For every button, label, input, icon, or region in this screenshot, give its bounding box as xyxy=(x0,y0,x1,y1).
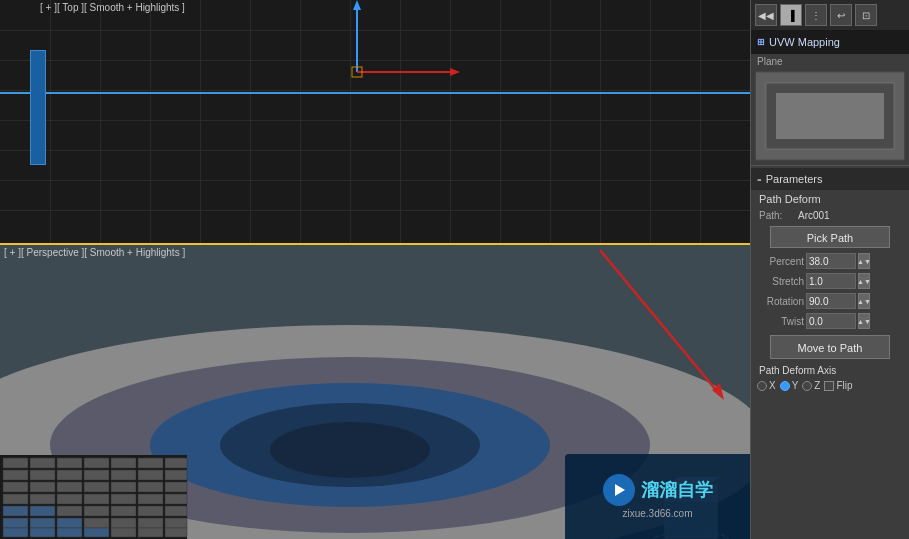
svg-rect-58 xyxy=(138,518,163,528)
divider1 xyxy=(751,165,909,166)
svg-rect-33 xyxy=(30,482,55,492)
svg-rect-36 xyxy=(111,482,136,492)
path-arc-value: Arc001 xyxy=(798,210,830,221)
axis-z-radio[interactable]: Z xyxy=(802,380,820,391)
uvw-icon: ⊞ xyxy=(757,37,765,47)
svg-rect-38 xyxy=(165,482,187,492)
viewport-area: [ + ][ Top ][ Smooth + Highlights ] xyxy=(0,0,750,539)
path-key-label: Path: xyxy=(759,210,794,221)
collapse-parameters-icon[interactable]: - xyxy=(757,171,762,187)
stretch-input[interactable] xyxy=(806,273,856,289)
svg-rect-53 xyxy=(3,518,28,528)
svg-rect-32 xyxy=(3,482,28,492)
svg-rect-19 xyxy=(30,458,55,468)
svg-rect-57 xyxy=(111,518,136,528)
twist-input[interactable] xyxy=(806,313,856,329)
svg-rect-49 xyxy=(84,506,109,516)
svg-rect-54 xyxy=(30,518,55,528)
svg-rect-39 xyxy=(3,494,28,504)
twist-row: Twist ▲▼ xyxy=(751,311,909,331)
svg-rect-18 xyxy=(3,458,28,468)
bottom-viewport-label: [ + ][ Perspective ][ Smooth + Highlight… xyxy=(4,247,185,258)
svg-rect-31 xyxy=(165,470,187,480)
watermark-logo: 溜溜自学 xyxy=(603,474,713,506)
svg-rect-42 xyxy=(84,494,109,504)
watermark: 溜溜自学 zixue.3d66.com xyxy=(565,454,750,539)
svg-rect-30 xyxy=(138,470,163,480)
svg-rect-24 xyxy=(165,458,187,468)
percent-label: Percent xyxy=(759,256,804,267)
svg-rect-20 xyxy=(57,458,82,468)
stretch-row: Stretch ▲▼ xyxy=(751,271,909,291)
svg-rect-25 xyxy=(3,470,28,480)
rotation-input[interactable] xyxy=(806,293,856,309)
parameters-section-header: - Parameters xyxy=(751,168,909,190)
parameters-label: Parameters xyxy=(766,173,823,185)
twist-label: Twist xyxy=(759,316,804,327)
rotation-spinner[interactable]: ▲▼ xyxy=(858,293,870,309)
path-deform-axis-label: Path Deform Axis xyxy=(751,363,909,378)
top-viewport[interactable]: [ + ][ Top ][ Smooth + Highlights ] xyxy=(0,0,750,245)
svg-rect-48 xyxy=(57,506,82,516)
svg-rect-27 xyxy=(57,470,82,480)
svg-rect-70 xyxy=(776,93,884,139)
watermark-sub-text: zixue.3d66.com xyxy=(622,508,692,519)
rotation-label: Rotation xyxy=(759,296,804,307)
svg-rect-37 xyxy=(138,482,163,492)
svg-rect-59 xyxy=(165,518,187,528)
stretch-spinner[interactable]: ▲▼ xyxy=(858,273,870,289)
svg-rect-43 xyxy=(111,494,136,504)
twist-spinner[interactable]: ▲▼ xyxy=(858,313,870,329)
svg-rect-46 xyxy=(3,506,28,516)
stretch-label: Stretch xyxy=(759,276,804,287)
svg-rect-28 xyxy=(84,470,109,480)
panel-icon-cursor[interactable]: ▐ xyxy=(780,4,802,26)
svg-rect-66 xyxy=(165,528,187,537)
svg-rect-26 xyxy=(30,470,55,480)
svg-marker-67 xyxy=(615,484,625,496)
svg-rect-34 xyxy=(57,482,82,492)
svg-rect-41 xyxy=(57,494,82,504)
svg-rect-35 xyxy=(84,482,109,492)
pick-path-button[interactable]: Pick Path xyxy=(770,226,890,248)
axis-y-radio[interactable]: Y xyxy=(780,380,799,391)
svg-rect-45 xyxy=(165,494,187,504)
axis-y-label: Y xyxy=(792,380,799,391)
svg-rect-40 xyxy=(30,494,55,504)
right-panel: ◀◀ ▐ ⋮ ↩ ⊡ ⊞ UVW Mapping Plane - Paramet… xyxy=(750,0,909,539)
percent-input[interactable] xyxy=(806,253,856,269)
panel-icon-lines[interactable]: ⋮ xyxy=(805,4,827,26)
svg-rect-65 xyxy=(138,528,163,537)
main-container: [ + ][ Top ][ Smooth + Highlights ] xyxy=(0,0,909,539)
axis-row: X Y Z Flip xyxy=(751,378,909,393)
svg-marker-1 xyxy=(353,0,361,10)
svg-rect-47 xyxy=(30,506,55,516)
svg-rect-62 xyxy=(57,528,82,537)
svg-rect-63 xyxy=(84,528,109,537)
svg-rect-61 xyxy=(30,528,55,537)
transform-arrows-svg xyxy=(0,0,750,243)
svg-rect-64 xyxy=(111,528,136,537)
svg-rect-44 xyxy=(138,494,163,504)
move-to-path-button[interactable]: Move to Path xyxy=(770,335,890,359)
svg-marker-3 xyxy=(450,68,460,76)
flip-checkbox-label[interactable]: Flip xyxy=(824,380,852,391)
watermark-icon xyxy=(603,474,635,506)
axis-x-radio[interactable]: X xyxy=(757,380,776,391)
svg-rect-21 xyxy=(84,458,109,468)
svg-rect-50 xyxy=(111,506,136,516)
bottom-viewport[interactable]: [ + ][ Perspective ][ Smooth + Highlight… xyxy=(0,245,750,539)
watermark-main-text: 溜溜自学 xyxy=(641,478,713,502)
flip-checkbox xyxy=(824,381,834,391)
svg-rect-23 xyxy=(138,458,163,468)
rotation-row: Rotation ▲▼ xyxy=(751,291,909,311)
svg-rect-52 xyxy=(165,506,187,516)
path-deform-label: Path Deform xyxy=(751,190,909,208)
svg-rect-51 xyxy=(138,506,163,516)
plane-label: Plane xyxy=(751,54,909,69)
panel-icon-grid[interactable]: ⊡ xyxy=(855,4,877,26)
panel-icon-first[interactable]: ◀◀ xyxy=(755,4,777,26)
panel-icon-undo[interactable]: ↩ xyxy=(830,4,852,26)
percent-spinner[interactable]: ▲▼ xyxy=(858,253,870,269)
svg-rect-22 xyxy=(111,458,136,468)
